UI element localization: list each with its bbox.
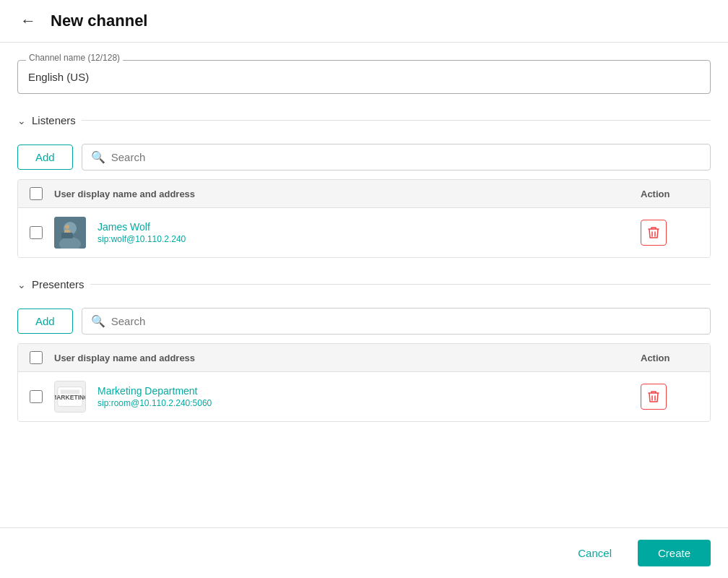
trash-icon [648, 390, 659, 403]
listeners-search-input[interactable] [111, 151, 701, 163]
presenters-table-header: User display name and address Action [18, 344, 710, 372]
presenters-section-title: Presenters [32, 278, 84, 290]
footer: Cancel Create [0, 527, 728, 578]
listeners-section-title: Listeners [32, 114, 76, 126]
page-container: ← New channel Channel name (12/128) ⌄ Li… [0, 0, 728, 578]
action-cell [641, 384, 698, 410]
listeners-select-all-checkbox[interactable] [30, 187, 43, 200]
user-display-name: Marketing Department [98, 385, 629, 397]
table-row: James Wolf sip:wolf@10.110.2.240 [18, 208, 710, 257]
presenters-col-action: Action [641, 353, 698, 363]
channel-name-field-wrapper: Channel name (12/128) [17, 60, 711, 94]
back-button[interactable]: ← [17, 9, 39, 33]
content-area: Channel name (12/128) ⌄ Listeners Add 🔍 … [0, 43, 728, 527]
presenters-col-name: User display name and address [54, 353, 629, 363]
create-button[interactable]: Create [638, 540, 711, 566]
svg-text:MARKETING: MARKETING [55, 394, 85, 401]
listeners-search-icon: 🔍 [91, 150, 105, 164]
presenters-chevron-icon: ⌄ [17, 279, 26, 290]
user-sip-address: sip:wolf@10.110.2.240 [98, 234, 629, 244]
svg-point-3 [65, 225, 69, 229]
action-cell [641, 220, 698, 246]
presenters-row-checkbox-0[interactable] [30, 390, 43, 403]
user-sip-address: sip:room@10.110.2.240:5060 [98, 398, 629, 408]
back-icon: ← [20, 12, 36, 30]
table-row: MARKETING Marketing Department sip:room@… [18, 372, 710, 421]
presenters-search-input[interactable] [111, 315, 701, 327]
trash-icon [648, 226, 659, 239]
user-info: James Wolf sip:wolf@10.110.2.240 [98, 221, 629, 244]
svg-rect-11 [61, 389, 80, 394]
listeners-section-header: ⌄ Listeners [17, 114, 711, 132]
delete-listener-button-0[interactable] [641, 220, 667, 246]
listeners-add-search-row: Add 🔍 [17, 144, 711, 171]
listeners-col-name: User display name and address [54, 189, 629, 199]
user-info: Marketing Department sip:room@10.110.2.2… [98, 385, 629, 408]
user-display-name: James Wolf [98, 221, 629, 233]
presenters-add-button[interactable]: Add [17, 309, 73, 334]
listeners-table: User display name and address Action [17, 179, 711, 258]
header: ← New channel [0, 0, 728, 43]
listeners-row-checkbox-0[interactable] [30, 226, 43, 239]
channel-name-input[interactable] [17, 60, 711, 94]
channel-name-label: Channel name (12/128) [26, 53, 123, 63]
svg-rect-5 [61, 233, 73, 238]
avatar: MARKETING [54, 381, 86, 413]
avatar [54, 217, 86, 249]
listeners-search-box: 🔍 [82, 144, 711, 171]
presenters-search-icon: 🔍 [91, 314, 105, 328]
presenters-select-all-checkbox[interactable] [30, 351, 43, 364]
delete-presenter-button-0[interactable] [641, 384, 667, 410]
listeners-chevron-icon: ⌄ [17, 115, 26, 126]
page-title: New channel [51, 12, 147, 30]
listeners-add-button[interactable]: Add [17, 144, 73, 170]
presenters-table: User display name and address Action MAR… [17, 343, 711, 422]
listeners-col-action: Action [641, 189, 698, 199]
presenters-add-search-row: Add 🔍 [17, 308, 711, 335]
cancel-button[interactable]: Cancel [563, 540, 626, 566]
presenters-section-header: ⌄ Presenters [17, 278, 711, 296]
presenters-search-box: 🔍 [82, 308, 711, 335]
listeners-table-header: User display name and address Action [18, 180, 710, 208]
